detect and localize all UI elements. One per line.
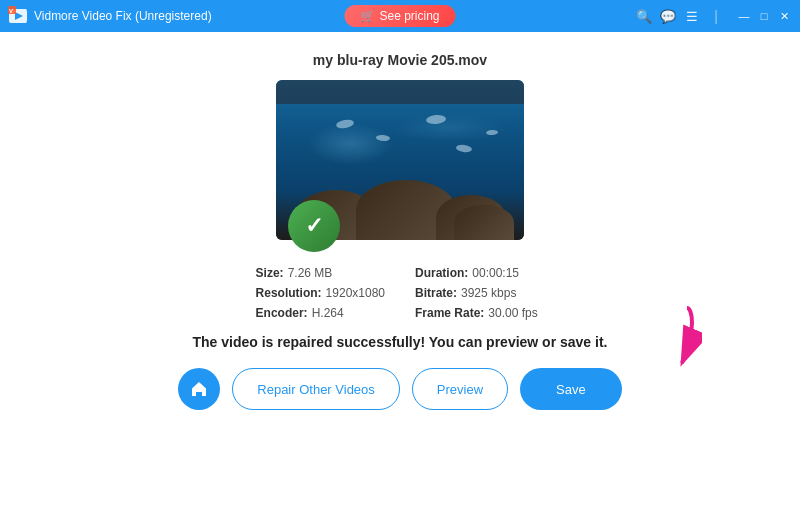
rock-4 [454,205,514,240]
window-controls: — □ ✕ [736,8,792,24]
bitrate-row: Bitrate: 3925 kbps [415,286,544,300]
metadata-grid: Size: 7.26 MB Duration: 00:00:15 Resolut… [256,266,545,320]
encoder-row: Encoder: H.264 [256,306,385,320]
checkmark-icon: ✓ [305,213,323,239]
app-logo: V [8,6,28,26]
duration-row: Duration: 00:00:15 [415,266,544,280]
success-message: The video is repaired successfully! You … [193,334,608,350]
menu-icon[interactable]: ☰ [684,9,700,24]
title-bar-center: 🛒 See pricing [344,5,455,27]
bitrate-label: Bitrate: [415,286,457,300]
resolution-label: Resolution: [256,286,322,300]
actions-row: Repair Other Videos Preview Save [178,368,621,410]
close-button[interactable]: ✕ [776,8,792,24]
title-bar-right: 🔍 💬 ☰ | — □ ✕ [636,8,792,24]
preview-button[interactable]: Preview [412,368,508,410]
size-value: 7.26 MB [288,266,333,280]
duration-value: 00:00:15 [472,266,519,280]
title-bar: V Vidmore Video Fix (Unregistered) 🛒 See… [0,0,800,32]
svg-text:V: V [9,8,13,14]
cart-icon: 🛒 [360,9,375,23]
resolution-value: 1920x1080 [326,286,385,300]
home-button[interactable] [178,368,220,410]
title-bar-left: V Vidmore Video Fix (Unregistered) [8,6,212,26]
encoder-value: H.264 [312,306,344,320]
chat-icon[interactable]: 💬 [660,9,676,24]
repair-other-videos-button[interactable]: Repair Other Videos [232,368,400,410]
save-button-wrapper: Save [520,368,622,410]
maximize-button[interactable]: □ [756,8,772,24]
minimize-button[interactable]: — [736,8,752,24]
video-thumbnail-wrapper: ✓ [276,80,524,240]
framerate-row: Frame Rate: 30.00 fps [415,306,544,320]
success-circle: ✓ [288,200,340,252]
bitrate-value: 3925 kbps [461,286,516,300]
divider: | [708,8,724,24]
save-button[interactable]: Save [520,368,622,410]
size-row: Size: 7.26 MB [256,266,385,280]
framerate-value: 30.00 fps [488,306,537,320]
framerate-label: Frame Rate: [415,306,484,320]
duration-label: Duration: [415,266,468,280]
arrow-annotation [612,298,702,388]
size-label: Size: [256,266,284,280]
video-filename: my blu-ray Movie 205.mov [313,52,487,68]
see-pricing-button[interactable]: 🛒 See pricing [344,5,455,27]
encoder-label: Encoder: [256,306,308,320]
search-icon[interactable]: 🔍 [636,9,652,24]
resolution-row: Resolution: 1920x1080 [256,286,385,300]
main-content: my blu-ray Movie 205.mov ✓ [0,32,800,518]
app-title: Vidmore Video Fix (Unregistered) [34,9,212,23]
